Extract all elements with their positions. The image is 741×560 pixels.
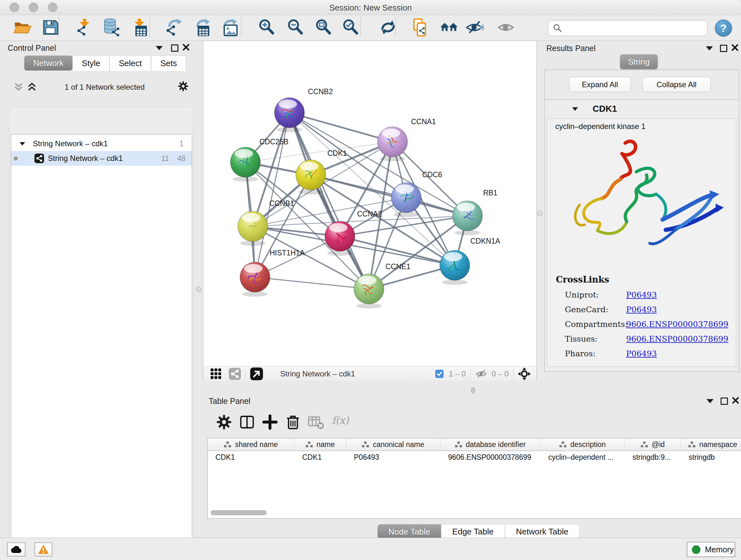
zoom-fit-icon[interactable] [314,18,333,37]
fit-content-crosshair-icon[interactable] [518,368,531,380]
open-session-icon[interactable] [13,18,31,37]
zoom-out-icon[interactable] [286,18,305,37]
crosslinks-title: CrossLinks [556,274,609,285]
hidden-eye-icon[interactable] [475,369,487,379]
collection-expand-arrow[interactable] [19,142,25,145]
export-image-icon[interactable] [220,18,239,37]
tab-network-table[interactable]: Network Table [505,524,580,539]
network-node-CDKN1A[interactable]: CDKN1A [440,237,500,285]
horizontal-splitter-handle[interactable] [471,387,475,393]
collapse-all-icon[interactable] [12,82,25,91]
crosslink-link[interactable]: P06493 [626,349,657,358]
birds-eye-view-icon[interactable] [250,368,263,380]
column-header-id[interactable]: @id [625,438,681,450]
create-column-icon[interactable] [262,414,278,430]
control-panel-tab-style[interactable]: Style [72,56,110,71]
crosslink-link[interactable]: 9606.ENSP00000378699 [626,320,729,329]
column-header-description[interactable]: description [541,438,625,450]
table-panel-close-button[interactable] [732,397,739,404]
column-header-name[interactable]: name [294,438,346,450]
expand-all-button[interactable]: Expand All [569,77,631,92]
collapse-entry-arrow[interactable] [572,107,578,111]
import-network-icon[interactable] [75,18,94,37]
column-header-namespace[interactable]: namespace [681,438,741,450]
network-edge-CCNB2-CCNE1[interactable] [289,113,369,289]
search-input[interactable] [565,23,707,33]
table-horizontal-scrollbar[interactable] [211,510,267,515]
expand-all-icon[interactable] [25,82,38,91]
save-session-icon[interactable] [41,18,60,37]
refresh-icon[interactable] [379,18,397,37]
network-node-CCNE1[interactable]: CCNE1 [354,262,410,308]
hide-unselected-icon[interactable] [466,18,484,37]
grid-view-icon[interactable] [210,368,222,380]
network-row-selected[interactable]: String Network – cdk1 11 48 [11,151,192,166]
network-edge-HIST1H1A-CCNE1[interactable] [255,277,369,289]
network-view-icon[interactable] [229,368,241,380]
crosslink-link[interactable]: P06493 [626,290,657,300]
collapse-all-button[interactable]: Collapse All [643,77,711,92]
help-button[interactable]: ? [715,19,732,37]
network-canvas[interactable]: CCNB2CCNA1CDC25BCDK1CDC6RB1CCNB1CCNA2CDK… [203,41,536,366]
table-type-tabs: Node TableEdge TableNetwork Table [378,524,580,539]
memory-label: Memory [705,545,734,554]
zoom-in-icon[interactable] [258,18,276,37]
table-panel-menu-arrow[interactable] [706,399,714,403]
memory-button[interactable]: Memory [687,542,735,557]
import-table-icon[interactable] [130,18,149,37]
export-network-icon[interactable] [165,18,184,37]
results-tab-string[interactable]: String [620,54,658,69]
control-panel-close-button[interactable] [183,44,190,51]
network-collection-row[interactable]: String Network – cdk1 1 [11,134,192,151]
show-all-panels-icon[interactable] [440,18,459,37]
network-edge-CDK1-RB1[interactable] [311,175,468,216]
show-columns-icon[interactable] [239,414,255,430]
warnings-button[interactable] [35,543,52,557]
table-cell[interactable]: P06493 [346,451,441,463]
tab-edge-table[interactable]: Edge Table [441,524,505,539]
network-node-RB1[interactable]: RB1 [453,189,497,235]
column-header-databaseidentifier[interactable]: database identifier [441,438,541,450]
selected-nodes-checkbox[interactable] [435,370,444,378]
table-cell[interactable]: stringdb:9... [625,451,681,463]
table-row[interactable]: CDK1CDK1P064939606.ENSP00000378699cyclin… [208,451,741,463]
network-node-CDC6[interactable]: CDC6 [391,171,442,217]
control-panel-tab-network[interactable]: Network [24,56,72,71]
gear-icon[interactable] [178,80,189,92]
table-cell[interactable]: stringdb [681,451,741,463]
table-cell[interactable]: CDK1 [294,451,346,463]
column-header-sharedname[interactable]: shared name [208,438,294,450]
table-cell[interactable]: cyclin–dependent ... [541,451,625,463]
network-node-CCNA1[interactable]: CCNA1 [378,118,436,161]
results-panel-menu-arrow[interactable] [706,46,713,51]
export-table-icon[interactable] [193,18,212,37]
crosslink-link[interactable]: P06493 [626,305,657,314]
delete-column-icon[interactable] [285,414,301,430]
control-panel-menu-arrow[interactable] [156,46,163,50]
network-node-HIST1H1A[interactable]: HIST1H1A [240,249,305,297]
results-panel-float-button[interactable] [720,45,727,52]
status-bar: Memory [0,538,741,560]
network-node-CCNB1[interactable]: CCNB1 [238,199,294,246]
control-panel-float-button[interactable] [171,44,179,52]
crosslink-link[interactable]: 9606.ENSP00000378699 [626,334,729,344]
import-database-icon[interactable] [103,18,121,37]
right-splitter-handle[interactable] [537,211,542,216]
divider [470,368,471,380]
control-panel-tab-select[interactable]: Select [110,56,151,71]
table-panel-float-button[interactable] [721,397,728,405]
zoom-selected-icon[interactable] [341,18,360,37]
cloud-button[interactable] [7,543,25,557]
duplicate-network-icon[interactable] [411,18,429,37]
control-panel-tab-sets[interactable]: Sets [151,56,186,71]
network-node-CCNA2[interactable]: CCNA2 [325,210,382,256]
table-gear-icon[interactable] [216,414,232,430]
gene-accordion-header[interactable]: CDK1 [545,100,739,118]
column-header-canonicalname[interactable]: canonical name [346,438,441,450]
table-cell[interactable]: 9606.ENSP00000378699 [441,451,541,463]
results-panel-close-button[interactable] [731,44,738,51]
search-field[interactable] [548,20,708,36]
table-cell[interactable]: CDK1 [208,451,294,463]
tab-node-table[interactable]: Node Table [378,524,441,539]
left-splitter-handle[interactable] [196,287,201,292]
